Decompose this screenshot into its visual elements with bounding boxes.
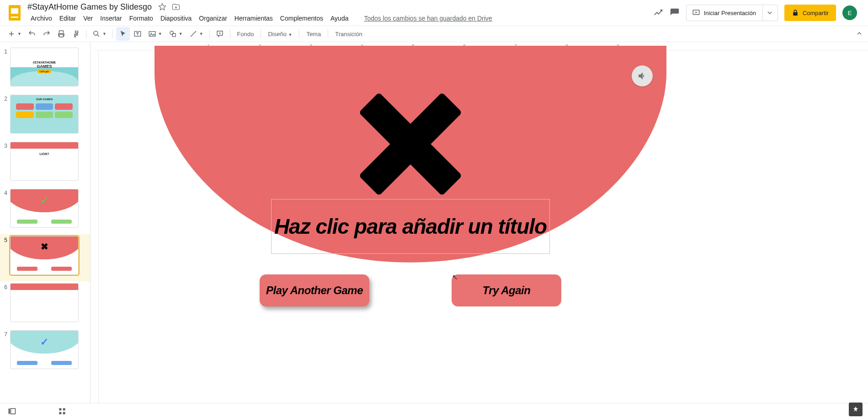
app-logo[interactable] [5, 4, 24, 22]
svg-rect-8 [11, 408, 16, 414]
transition-button[interactable]: Transición [331, 28, 366, 40]
menu-ayuda[interactable]: Ayuda [327, 13, 351, 24]
slide-thumbnail-6[interactable]: 6 [0, 281, 90, 328]
present-label: Iniciar Presentación [704, 10, 756, 16]
save-status[interactable]: Todos los cambios se han guardado en Dri… [361, 13, 495, 24]
menu-formato[interactable]: Formato [126, 13, 156, 24]
svg-rect-10 [63, 408, 65, 410]
move-to-folder-icon[interactable] [172, 3, 180, 11]
account-avatar[interactable]: E [842, 5, 857, 20]
menu-insertar[interactable]: Insertar [97, 13, 125, 24]
audio-icon-button[interactable] [632, 65, 653, 86]
new-slide-button[interactable]: ▼ [5, 27, 24, 41]
svg-rect-7 [9, 408, 10, 414]
slide-canvas-area[interactable]: 1 2 3 4 5 6 7 8 9 Haz clic para añadir u… [91, 42, 868, 403]
svg-point-1 [94, 31, 98, 35]
play-another-game-button[interactable]: Play Another Game [260, 274, 369, 306]
slide-thumbnail-3[interactable]: 3 LION? [0, 140, 90, 187]
paint-format-button[interactable] [69, 27, 83, 41]
present-button[interactable]: Iniciar Presentación [686, 5, 778, 21]
share-button[interactable]: Compartir [784, 5, 836, 21]
theme-button[interactable]: Tema [303, 28, 325, 40]
select-tool[interactable] [116, 27, 130, 41]
chevron-down-icon [767, 11, 772, 15]
print-button[interactable] [54, 27, 68, 41]
zoom-button[interactable]: ▼ [90, 27, 109, 41]
grid-view-icon[interactable] [58, 407, 67, 416]
explore-icon [852, 406, 859, 413]
vertical-ruler [91, 50, 99, 403]
explore-button[interactable] [849, 403, 863, 416]
shape-tool[interactable]: ▼ [166, 27, 186, 41]
slide-thumbnail-7[interactable]: 7 ✓ [0, 328, 90, 376]
menu-archivo[interactable]: Archivo [27, 13, 55, 24]
x-mark-icon [358, 91, 463, 197]
menu-diapositiva[interactable]: Diapositiva [157, 13, 195, 24]
menubar: Archivo Editar Ver Insertar Formato Diap… [27, 13, 495, 24]
present-dropdown[interactable] [762, 5, 772, 21]
share-label: Compartir [803, 10, 829, 16]
image-tool[interactable]: ▼ [145, 27, 165, 41]
activity-icon[interactable] [653, 8, 663, 18]
background-button[interactable]: Fondo [234, 28, 258, 40]
menu-ver[interactable]: Ver [80, 13, 96, 24]
menu-organizar[interactable]: Organizar [196, 13, 230, 24]
app-header: #StayAtHome Games by Slidesgo Archivo Ed… [0, 0, 868, 26]
slide-thumbnail-5[interactable]: 5 ✖ [0, 234, 90, 281]
slide-canvas[interactable]: Haz clic para añadir un título Play Anot… [154, 50, 666, 398]
svg-point-5 [170, 31, 174, 35]
filmstrip[interactable]: 1 #STAYATHOMEGAMESLet's go! 2 OUR GAMES … [0, 42, 91, 403]
textbox-tool[interactable] [131, 27, 144, 41]
star-icon[interactable] [158, 3, 166, 11]
slide-thumbnail-2[interactable]: 2 OUR GAMES [0, 93, 90, 140]
slide-thumbnail-1[interactable]: 1 #STAYATHOMEGAMESLet's go! [0, 46, 90, 93]
try-again-button[interactable]: Try Again [452, 274, 561, 306]
comments-icon[interactable] [670, 8, 680, 18]
redo-button[interactable] [40, 27, 53, 41]
title-placeholder[interactable]: Haz clic para añadir un título [271, 199, 550, 254]
svg-rect-11 [59, 412, 61, 414]
layout-button[interactable]: Diseño ▼ [264, 28, 296, 40]
lock-icon [792, 9, 799, 16]
bottom-bar [0, 403, 868, 419]
svg-rect-9 [59, 408, 61, 410]
collapse-toolbar-icon[interactable] [856, 30, 863, 37]
filmstrip-view-icon[interactable] [7, 407, 16, 416]
undo-button[interactable] [25, 27, 39, 41]
slide-thumbnail-4[interactable]: 4 ✓ [0, 187, 90, 234]
comment-tool[interactable] [213, 27, 227, 41]
line-tool[interactable]: ▼ [186, 27, 206, 41]
speaker-icon [637, 70, 648, 81]
document-title[interactable]: #StayAtHome Games by Slidesgo [27, 2, 152, 12]
present-icon [692, 9, 700, 17]
svg-rect-12 [63, 412, 65, 414]
toolbar: ▼ ▼ ▼ ▼ ▼ Fondo Diseño ▼ Tema Transición [0, 26, 868, 42]
menu-complementos[interactable]: Complementos [277, 13, 326, 24]
menu-editar[interactable]: Editar [56, 13, 80, 24]
menu-herramientas[interactable]: Herramientas [231, 13, 276, 24]
